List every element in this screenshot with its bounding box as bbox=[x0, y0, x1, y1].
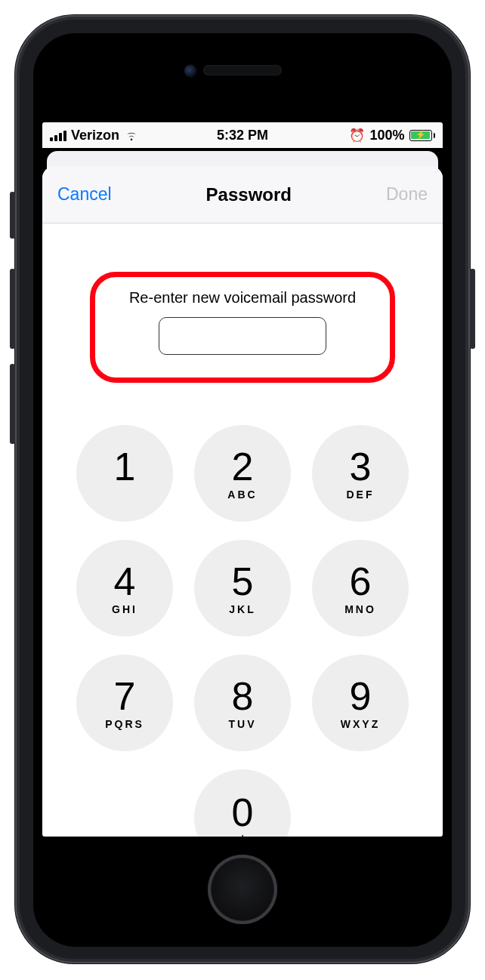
keypad-letters: JKL bbox=[229, 603, 255, 615]
volume-up-button bbox=[10, 269, 15, 349]
keypad-digit: 6 bbox=[350, 562, 372, 601]
content: Re-enter new voicemail password 1 2 ABC bbox=[42, 223, 443, 837]
screen: Verizon 5:32 PM ⏰ 100% ⚡ bbox=[42, 122, 443, 837]
keypad-9[interactable]: 9 WXYZ bbox=[312, 655, 409, 751]
phone-top-area bbox=[33, 33, 452, 122]
keypad-letters: WXYZ bbox=[341, 718, 380, 730]
keypad-letters: ABC bbox=[227, 488, 257, 501]
annotation-highlight: Re-enter new voicemail password bbox=[90, 272, 395, 383]
keypad-1[interactable]: 1 bbox=[76, 425, 173, 522]
keypad-4[interactable]: 4 GHI bbox=[76, 540, 173, 636]
cancel-button[interactable]: Cancel bbox=[56, 181, 113, 208]
carrier-label: Verizon bbox=[71, 128, 119, 143]
password-sheet: Cancel Password Done Re-enter new voicem… bbox=[42, 166, 443, 837]
phone-bezel: Verizon 5:32 PM ⏰ 100% ⚡ bbox=[33, 33, 452, 947]
done-button[interactable]: Done bbox=[385, 181, 429, 208]
keypad-digit: 5 bbox=[232, 562, 254, 601]
earpiece-speaker bbox=[203, 65, 282, 76]
keypad-digit: 8 bbox=[232, 676, 254, 716]
keypad-2[interactable]: 2 ABC bbox=[194, 425, 291, 522]
keypad-digit: 2 bbox=[232, 447, 254, 486]
page-title: Password bbox=[206, 184, 292, 205]
status-right: ⏰ 100% ⚡ bbox=[349, 128, 435, 143]
keypad-letters: + bbox=[238, 831, 247, 837]
keypad-letters: PQRS bbox=[105, 718, 144, 730]
battery-icon: ⚡ bbox=[409, 130, 436, 141]
keypad-3[interactable]: 3 DEF bbox=[312, 425, 409, 522]
keypad-8[interactable]: 8 TUV bbox=[194, 655, 291, 751]
keypad: 1 2 ABC 3 DEF 4 GHI bbox=[42, 425, 443, 837]
volume-down-button bbox=[10, 364, 15, 444]
keypad-letters: MNO bbox=[344, 603, 376, 615]
keypad-letters: TUV bbox=[229, 718, 257, 730]
alarm-icon: ⏰ bbox=[349, 128, 365, 143]
stage: Verizon 5:32 PM ⏰ 100% ⚡ bbox=[0, 0, 485, 980]
nav-bar: Cancel Password Done bbox=[42, 166, 443, 223]
keypad-digit: 7 bbox=[114, 676, 136, 716]
keypad-digit: 0 bbox=[232, 793, 254, 832]
status-bar: Verizon 5:32 PM ⏰ 100% ⚡ bbox=[42, 122, 443, 148]
keypad-5[interactable]: 5 JKL bbox=[194, 540, 291, 636]
power-button bbox=[470, 269, 475, 349]
keypad-digit: 9 bbox=[350, 676, 372, 716]
keypad-0[interactable]: 0 + bbox=[194, 769, 291, 837]
cellular-signal-icon bbox=[50, 129, 66, 141]
keypad-6[interactable]: 6 MNO bbox=[312, 540, 409, 636]
keypad-letters: DEF bbox=[347, 488, 375, 501]
status-left: Verizon bbox=[50, 128, 139, 143]
keypad-digit: 3 bbox=[350, 447, 372, 486]
front-camera bbox=[184, 65, 196, 77]
mute-switch bbox=[10, 192, 15, 239]
keypad-letters: GHI bbox=[112, 603, 137, 615]
password-input[interactable] bbox=[159, 317, 326, 355]
home-button[interactable] bbox=[208, 855, 277, 924]
battery-percent: 100% bbox=[369, 128, 404, 143]
keypad-digit: 4 bbox=[114, 562, 136, 601]
keypad-digit: 1 bbox=[114, 447, 136, 486]
keypad-7[interactable]: 7 PQRS bbox=[76, 655, 173, 751]
prompt-label: Re-enter new voicemail password bbox=[109, 289, 376, 307]
wifi-icon bbox=[124, 129, 139, 141]
